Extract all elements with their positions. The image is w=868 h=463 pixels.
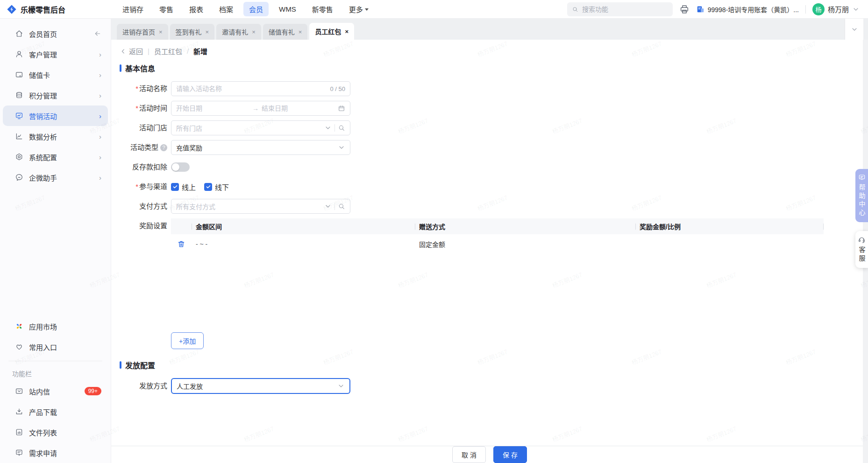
sidebar-item-stored-card[interactable]: 储值卡› [3,64,108,85]
field-label-activity-type: 活动类型? [120,140,167,155]
date-range-picker[interactable]: → [171,101,350,116]
tab-employee-redpacket[interactable]: 员工红包× [309,23,354,40]
cell-amount-range: - ~ - [196,240,207,248]
customer-service-tab[interactable]: 客服 [855,231,868,268]
sidebar-item-favorites[interactable]: 常用入口 [3,337,108,357]
tab-stored-gift[interactable]: 储值有礼× [263,24,308,40]
search-icon[interactable] [338,124,345,132]
menu-item-report[interactable]: 报表 [184,2,209,16]
sidebar-item-wecom-assistant[interactable]: 企微助手› [3,167,108,188]
help-center-tab[interactable]: 帮助中心 [855,169,868,222]
payment-select[interactable]: 所有支付方式 [171,199,350,214]
menu-item-more[interactable]: 更多 [343,2,374,16]
calendar-icon[interactable] [338,105,345,112]
delete-row-icon[interactable] [177,240,185,248]
end-date-input[interactable] [262,105,335,112]
breadcrumb-parent: 员工红包 [154,46,182,56]
menu-item-newretail[interactable]: 新零售 [306,2,339,16]
section-delivery-config: 发放配置 [120,359,868,371]
activity-name-input[interactable] [176,85,327,92]
chevron-left-icon [120,48,127,55]
activity-type-select[interactable]: 充值奖励 [171,140,350,155]
sidebar-item-data-analysis[interactable]: 数据分析› [3,126,108,147]
menu-item-retail[interactable]: 零售 [154,2,179,16]
activity-store-select[interactable]: 所有门店 [171,120,350,135]
column-header: 奖励金额/比例 [640,222,681,231]
delivery-select-value: 人工发放 [177,381,334,391]
sidebar-item-label: 客户管理 [29,49,93,59]
field-label-reward: 奖励设置 [120,218,167,233]
unread-badge: 99+ [85,387,101,395]
form-footer: 取 消 保 存 [111,446,868,463]
section-accent-bar [120,361,121,369]
help-comment-icon [858,174,866,181]
search-icon [572,6,578,13]
sidebar-item-product-download[interactable]: 产品下载 [3,401,108,422]
tab-close-icon[interactable]: × [206,28,209,35]
field-label-activity-time: *活动时间 [120,101,167,116]
chevron-right-icon: › [99,50,101,58]
add-tier-button[interactable]: +添加 [171,332,204,349]
back-button[interactable]: 返回 [120,46,143,56]
menu-item-purchase[interactable]: 进销存 [117,2,149,16]
user-menu[interactable]: 杨 杨万朋 [812,3,860,15]
tab-purchase-home[interactable]: 进销存首页× [117,24,168,40]
start-date-input[interactable] [176,105,249,112]
sidebar-item-label: 应用市场 [29,322,101,331]
tab-close-icon[interactable]: × [159,28,163,35]
tab-label: 进销存首页 [122,27,155,36]
tab-invite-gift[interactable]: 邀请有礼× [216,24,261,40]
search-input[interactable] [582,6,668,13]
save-button[interactable]: 保 存 [493,446,527,463]
required-star: * [135,104,138,112]
search-icon[interactable] [338,203,345,210]
tab-close-icon[interactable]: × [252,28,256,35]
payment-select-value: 所有支付方式 [176,202,321,211]
tab-checkin-gift[interactable]: 签到有礼× [170,24,215,40]
sidebar-item-points-mgmt[interactable]: 积分管理› [3,85,108,105]
printer-icon[interactable] [679,4,690,14]
menu-item-member[interactable]: 会员 [243,2,269,16]
sidebar-item-system-config[interactable]: 系统配置› [3,147,108,167]
collapse-sidebar-icon[interactable] [94,30,101,37]
menu-item-archive[interactable]: 档案 [213,2,239,16]
sidebar-item-label: 常用入口 [29,342,101,352]
tab-list-dropdown-button[interactable] [845,19,863,40]
sidebar-item-inbox[interactable]: 站内信 99+ [3,381,108,401]
sidebar-item-file-list[interactable]: 文件列表 [3,422,108,442]
sidebar: 会员首页 客户管理› 储值卡› 积分管理› 营销活动› 数据分析› 系统配置› [0,19,111,463]
caret-down-icon [365,8,369,11]
tab-label: 邀请有礼 [222,27,248,36]
gear-icon [15,153,23,161]
tab-close-icon[interactable]: × [299,28,302,35]
global-search[interactable] [567,2,673,16]
delivery-method-select[interactable]: 人工发放 [171,378,350,394]
account-switcher[interactable]: 99998-培训专用账套（黄凯）... [696,5,799,14]
app-logo[interactable]: 乐檬零售后台 [7,4,65,15]
cancel-button[interactable]: 取 消 [452,446,486,463]
field-label-activity-name: *活动名称 [120,81,167,96]
back-label: 返回 [129,46,143,56]
tab-close-icon[interactable]: × [345,28,349,35]
sidebar-item-request[interactable]: 需求申请 [3,442,108,463]
breadcrumb-divider: / [187,47,189,55]
home-icon [15,29,23,38]
channel-offline-checkbox[interactable]: 线下 [204,182,229,192]
sidebar-item-label: 营销活动 [29,111,93,121]
sidebar-item-app-market[interactable]: 应用市场 [3,316,108,337]
channel-online-checkbox[interactable]: 线上 [171,182,196,192]
chevron-down-icon [337,382,345,390]
section-basic-info: 基本信息 [120,63,868,74]
deduct-toggle[interactable] [171,162,190,172]
help-icon[interactable]: ? [160,144,167,151]
sidebar-item-marketing[interactable]: 营销活动› [3,105,108,126]
checkbox-label: 线上 [182,182,196,192]
account-name: 99998-培训专用账套（黄凯）... [708,5,799,14]
column-header: 赠送方式 [419,222,445,231]
sidebar-item-label: 企微助手 [29,173,93,182]
menu-item-wms[interactable]: WMS [273,3,302,15]
line-chart-icon [15,132,23,140]
sidebar-item-customer-mgmt[interactable]: 客户管理› [3,44,108,64]
user-icon [15,50,23,58]
sidebar-item-member-home[interactable]: 会员首页 [3,23,108,44]
